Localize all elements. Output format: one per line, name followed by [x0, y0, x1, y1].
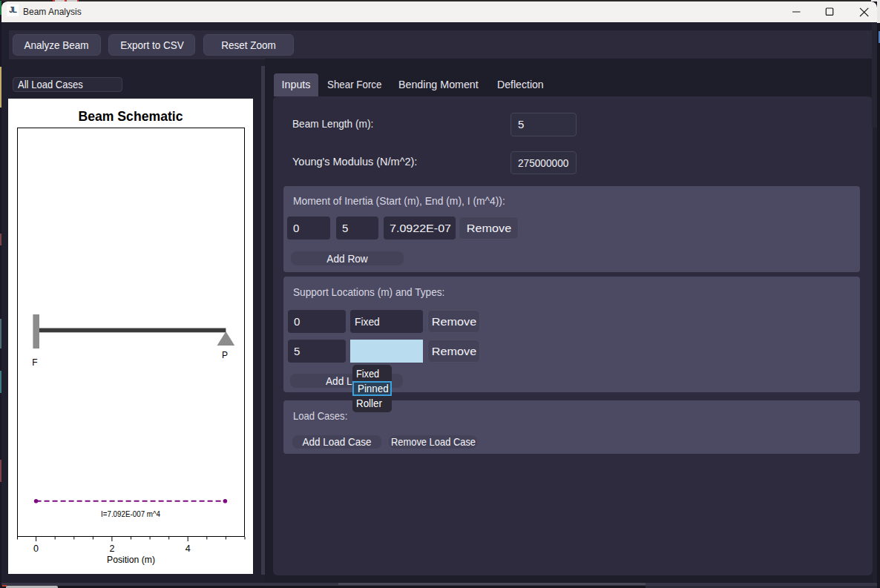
svg-text:4: 4 — [185, 544, 191, 554]
svg-text:2: 2 — [109, 544, 114, 554]
svg-text:F: F — [32, 357, 37, 368]
svg-text:Beam Schematic: Beam Schematic — [79, 108, 183, 124]
svg-text:I=7.092E-007 m^4: I=7.092E-007 m^4 — [101, 509, 161, 518]
svg-text:P: P — [222, 350, 228, 360]
svg-text:0: 0 — [33, 544, 39, 554]
svg-text:Position (m): Position (m) — [107, 554, 155, 565]
